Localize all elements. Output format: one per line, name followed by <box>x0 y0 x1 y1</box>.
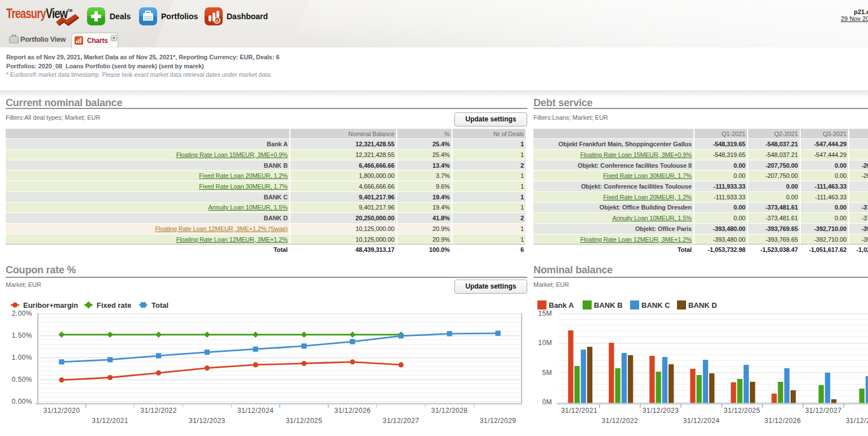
svg-text:31/12/2024: 31/12/2024 <box>683 417 720 425</box>
svg-text:31/12/2026: 31/12/2026 <box>335 407 371 415</box>
svg-text:1.50%: 1.50% <box>12 332 32 339</box>
svg-text:5M: 5M <box>542 369 552 377</box>
svg-text:BANK B: BANK B <box>594 301 623 309</box>
svg-text:31/12/2022: 31/12/2022 <box>140 407 177 415</box>
svg-text:15M: 15M <box>538 309 552 317</box>
svg-text:31/12/2027: 31/12/2027 <box>383 417 419 425</box>
svg-text:31/12/2021: 31/12/2021 <box>92 417 129 425</box>
svg-text:10M: 10M <box>538 339 552 347</box>
svg-text:Fixed rate: Fixed rate <box>97 301 131 309</box>
svg-text:31/12/2024: 31/12/2024 <box>237 407 274 415</box>
svg-text:2.00%: 2.00% <box>12 309 32 317</box>
svg-text:31/12/2025: 31/12/2025 <box>724 407 761 415</box>
svg-text:31/12/2029: 31/12/2029 <box>480 417 517 425</box>
svg-text:BANK C: BANK C <box>641 301 670 309</box>
svg-text:31/12/2026: 31/12/2026 <box>765 417 801 425</box>
svg-text:31/12/2021: 31/12/2021 <box>561 407 598 415</box>
svg-text:31/12/2022: 31/12/2022 <box>602 417 639 425</box>
svg-text:a: a <box>215 18 218 23</box>
svg-text:31/12/2023: 31/12/2023 <box>643 407 679 415</box>
svg-text:Bank A: Bank A <box>549 301 574 309</box>
svg-text:0M: 0M <box>542 398 552 406</box>
svg-text:Total: Total <box>151 301 168 309</box>
svg-text:BANK D: BANK D <box>688 301 717 309</box>
svg-text:31/12/2023: 31/12/2023 <box>189 417 225 425</box>
svg-text:31/12/2020: 31/12/2020 <box>44 407 80 415</box>
svg-text:31/12/2028: 31/12/2028 <box>846 417 868 425</box>
svg-text:0.00%: 0.00% <box>12 398 32 406</box>
svg-text:31/12/2025: 31/12/2025 <box>286 417 323 425</box>
svg-text:Euribor+margin: Euribor+margin <box>23 301 78 309</box>
svg-text:31/12/2027: 31/12/2027 <box>805 407 842 415</box>
svg-text:0.50%: 0.50% <box>12 376 32 383</box>
svg-text:1.00%: 1.00% <box>12 354 32 361</box>
svg-text:31/12/2028: 31/12/2028 <box>431 407 468 415</box>
